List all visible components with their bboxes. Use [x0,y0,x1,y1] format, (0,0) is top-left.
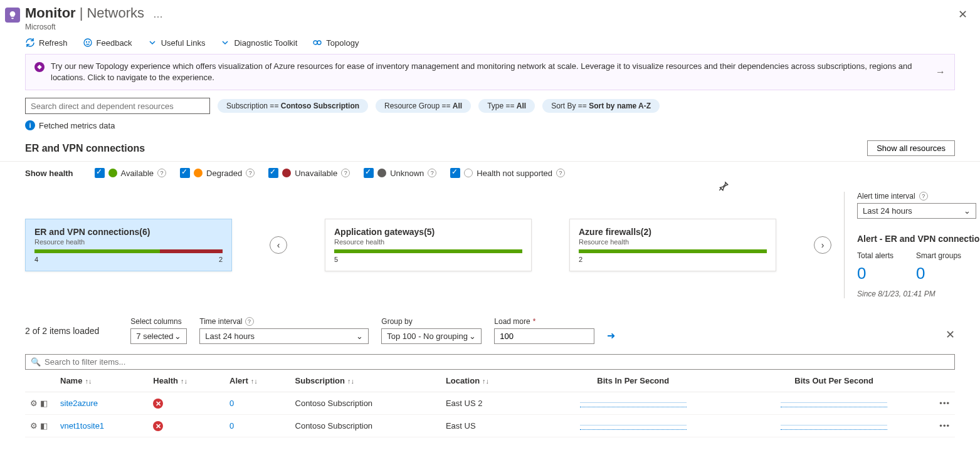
sort-icon[interactable]: ↑↓ [85,377,92,385]
connection-icon: ◧ [40,421,48,431]
svg-point-2 [88,42,89,43]
row-more-icon[interactable]: ••• [939,399,950,408]
pin-icon[interactable] [718,180,729,194]
checkbox-unknown[interactable] [364,168,374,178]
alert-link[interactable]: 0 [229,421,234,431]
resource-icon: ⚙ [30,421,38,431]
chevron-down-icon: ⌄ [356,331,363,341]
unknown-label: Unknown [390,169,424,178]
checkbox-nosupport[interactable] [450,168,460,178]
degraded-label: Degraded [206,169,242,178]
resource-card[interactable]: Application gateways(5) Resource health … [325,219,532,271]
grid-close-button[interactable]: ✕ [946,328,955,342]
subscription-cell: Contoso Subscription [290,415,441,437]
table-row[interactable]: ⚙◧ site2azure ✕ 0 Contoso Subscription E… [25,392,955,415]
th-subscription[interactable]: Subscription [295,376,345,385]
alert-section-title: Alert - ER and VPN connections [857,234,980,244]
card-count-green: 4 [34,256,38,263]
search-icon: 🔍 [31,357,41,367]
sort-icon[interactable]: ↑↓ [347,377,354,385]
health-error-icon: ✕ [153,399,163,409]
select-columns-dropdown[interactable]: 7 selected⌄ [130,328,187,344]
th-bits-in[interactable]: Bits In Per Second [597,376,669,385]
th-location[interactable]: Location [446,376,480,385]
filter-search-wrap[interactable]: 🔍 [25,354,955,370]
load-more-input[interactable] [494,328,594,344]
sparkline-bits-in [580,397,687,407]
go-button[interactable]: ➜ [607,330,615,342]
help-icon[interactable]: ? [919,192,928,201]
status-dot-unavailable [282,169,291,177]
refresh-label: Refresh [39,38,68,48]
svg-point-3 [313,41,317,44]
th-health[interactable]: Health [153,376,178,385]
svg-point-1 [86,42,87,43]
location-cell: East US 2 [441,392,533,415]
sparkline-bits-out [781,397,887,407]
stat-value-total-alerts[interactable]: 0 [857,264,893,283]
alert-link[interactable]: 0 [229,399,234,408]
diagnostic-toolkit-button[interactable]: Diagnostic Toolkit [220,38,297,48]
filter-pill-subscription[interactable]: Subscription == Contoso Subscription [218,99,368,113]
card-count-green: 2 [579,256,582,263]
show-all-button[interactable]: Show all resources [867,140,955,156]
filter-search-input[interactable] [45,357,949,367]
svg-point-0 [84,39,92,46]
subscription-cell: Contoso Subscription [290,392,441,415]
card-title: ER and VPN connections(6) [34,227,223,237]
group-by-dropdown[interactable]: Top 100 - No grouping⌄ [381,328,482,344]
status-dot-degraded [194,169,203,177]
sparkline-bits-out [781,420,887,430]
sort-icon[interactable]: ↑↓ [482,377,489,385]
filter-pill-rg[interactable]: Resource Group == All [376,99,471,113]
alert-interval-label: Alert time interval [857,192,915,201]
useful-links-button[interactable]: Useful Links [147,38,206,48]
help-icon[interactable]: ? [245,317,254,326]
load-more-label: Load more [494,317,530,326]
select-columns-label: Select columns [130,317,187,326]
feedback-button[interactable]: Feedback [83,38,132,48]
card-subtitle: Resource health [579,238,767,246]
time-interval-dropdown[interactable]: Last 24 hours⌄ [199,328,369,344]
card-subtitle: Resource health [334,238,522,246]
th-name[interactable]: Name [60,376,82,385]
info-icon: i [25,120,35,130]
topo-label: Topology [326,38,359,48]
topology-button[interactable]: Topology [312,38,359,48]
status-dot-nosupport [464,169,473,177]
banner-icon [34,62,45,72]
info-banner[interactable]: Try our new Topology experience which of… [25,54,955,90]
resource-link[interactable]: site2azure [60,399,98,408]
help-icon[interactable]: ? [157,169,166,177]
prev-card-button[interactable]: ‹ [270,236,287,254]
stat-value-smart-groups[interactable]: 0 [916,264,961,283]
checkbox-unavailable[interactable] [268,168,278,178]
table-row[interactable]: ⚙◧ vnet1tosite1 ✕ 0 Contoso Subscription… [25,415,955,437]
filter-pill-sort[interactable]: Sort By == Sort by name A-Z [542,99,660,113]
refresh-button[interactable]: Refresh [25,38,68,48]
resource-card[interactable]: ER and VPN connections(6) Resource healt… [25,219,232,271]
checkbox-available[interactable] [95,168,105,178]
checkbox-degraded[interactable] [180,168,190,178]
th-alert[interactable]: Alert [229,376,248,385]
filter-pill-type[interactable]: Type == All [478,99,535,113]
resource-icon: ⚙ [30,399,38,408]
page-subtitle: Networks [87,5,144,21]
help-icon[interactable]: ? [428,169,436,177]
next-card-button[interactable]: › [814,236,831,254]
close-button[interactable]: ✕ [953,5,972,24]
more-icon[interactable]: … [153,9,164,20]
resource-link[interactable]: vnet1tosite1 [60,421,104,431]
search-input[interactable] [25,98,210,114]
resource-card[interactable]: Azure firewalls(2) Resource health 2 [569,219,776,271]
sort-icon[interactable]: ↑↓ [181,377,187,385]
svg-point-4 [317,41,321,44]
help-icon[interactable]: ? [341,169,350,177]
help-icon[interactable]: ? [246,169,255,177]
alert-interval-select[interactable]: Last 24 hours⌄ [857,203,976,219]
banner-text: Try our new Topology experience which of… [51,61,929,83]
sort-icon[interactable]: ↑↓ [251,377,258,385]
row-more-icon[interactable]: ••• [939,421,950,431]
help-icon[interactable]: ? [556,169,565,177]
th-bits-out[interactable]: Bits Out Per Second [794,376,873,385]
